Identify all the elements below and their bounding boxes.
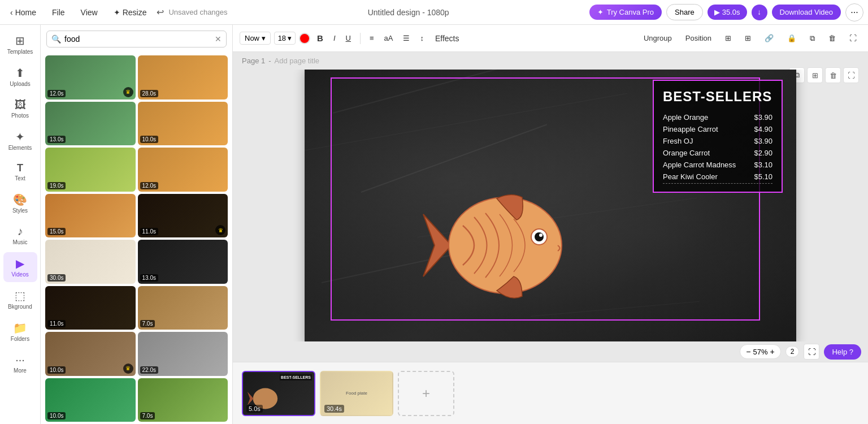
text-icon: T: [17, 162, 23, 174]
align-button[interactable]: ≡: [366, 32, 377, 45]
video-thumb-10[interactable]: 13.0s: [138, 240, 228, 284]
list-button[interactable]: ☰: [400, 32, 413, 45]
svg-point-0: [449, 197, 562, 293]
filmstrip-page-1[interactable]: BEST-SELLERS 5.0s: [242, 371, 315, 416]
sidebar-label-styles: Styles: [12, 207, 28, 214]
page-expand-button[interactable]: ⛶: [843, 67, 859, 83]
video-grid: 12.0s♛28.0s13.0s10.0s19.0s12.0s15.0s11.0…: [41, 53, 232, 424]
copy-button[interactable]: ⧉: [805, 32, 819, 45]
video-thumb-15[interactable]: 10.0s: [45, 378, 136, 422]
styles-icon: 🎨: [13, 193, 27, 206]
search-bar: 🔍 ✕: [46, 31, 227, 47]
video-thumb-6[interactable]: 12.0s: [138, 148, 228, 192]
video-thumb-16[interactable]: 7.0s: [138, 378, 228, 422]
position-button[interactable]: Position: [681, 32, 716, 45]
page-copy-button[interactable]: ⊞: [807, 67, 823, 83]
sidebar-item-elements[interactable]: ✦ Elements: [3, 126, 37, 155]
font-name-button[interactable]: Now ▾: [240, 32, 271, 45]
download-arrow-button[interactable]: ↓: [752, 5, 767, 20]
link-button[interactable]: 🔗: [760, 32, 778, 45]
share-button[interactable]: Share: [666, 4, 703, 20]
more-icon: ···: [15, 353, 25, 366]
sidebar-item-text[interactable]: T Text: [3, 158, 37, 186]
home-button[interactable]: ‹ Home: [5, 6, 42, 19]
undo-button[interactable]: ↩: [157, 7, 164, 18]
fullscreen-button[interactable]: ⛶: [804, 344, 819, 360]
video-thumb-11[interactable]: 11.0s: [45, 286, 136, 330]
video-thumb-4[interactable]: 10.0s: [138, 102, 228, 146]
filmstrip-page-2[interactable]: Food plate 30.4s: [320, 371, 393, 416]
nav-right: ✦ Try Canva Pro Share ▶ 35.0s ↓ Download…: [589, 3, 863, 21]
video-thumb-13[interactable]: 10.0s♛: [45, 332, 136, 376]
copy-icon: ⧉: [810, 34, 815, 42]
font-size-button[interactable]: 18 ▾: [274, 32, 296, 45]
play-icon: ▶: [714, 8, 720, 16]
elements-icon: ✦: [15, 130, 25, 144]
zoom-in-button[interactable]: +: [770, 347, 775, 356]
sidebar-item-styles[interactable]: 🎨 Styles: [3, 188, 37, 218]
sidebar-item-uploads[interactable]: ⬆ Uploads: [3, 62, 37, 92]
main-area: ⊞ Templates ⬆ Uploads 🖼 Photos ✦ Element…: [0, 25, 868, 424]
menu-item-5: Apple Carrot Madness $3.10: [663, 159, 772, 171]
expand-button[interactable]: ⛶: [845, 32, 861, 45]
sidebar-label-folders: Folders: [11, 336, 29, 342]
video-thumb-8[interactable]: 11.0s♛: [138, 194, 228, 238]
underline-button[interactable]: U: [342, 32, 354, 45]
left-sidebar: ⊞ Templates ⬆ Uploads 🖼 Photos ✦ Element…: [0, 25, 41, 424]
search-input[interactable]: [64, 34, 211, 44]
add-page-title[interactable]: Add page title: [275, 57, 320, 65]
resize-button[interactable]: ✦ Resize: [108, 6, 153, 19]
page-delete-button[interactable]: 🗑: [825, 67, 841, 83]
sidebar-label-elements: Elements: [8, 145, 32, 151]
more-options-button[interactable]: ···: [845, 3, 863, 21]
play-button[interactable]: ▶ 35.0s: [708, 5, 747, 20]
sidebar-item-photos[interactable]: 🖼 Photos: [3, 94, 37, 123]
video-thumb-12[interactable]: 7.0s: [138, 286, 228, 330]
font-case-button[interactable]: aA: [381, 32, 397, 45]
bold-button[interactable]: B: [314, 31, 327, 45]
sidebar-item-videos[interactable]: ▶ Videos: [3, 252, 37, 282]
sidebar-item-templates[interactable]: ⊞ Templates: [3, 29, 37, 59]
uploads-icon: ⬆: [15, 66, 25, 80]
file-button[interactable]: File: [46, 6, 71, 19]
delete-button[interactable]: 🗑: [824, 32, 840, 45]
try-canva-pro-button[interactable]: ✦ Try Canva Pro: [589, 5, 662, 20]
ungroup-button[interactable]: Ungroup: [639, 32, 676, 45]
top-nav: ‹ Home File View ✦ Resize ↩ Unsaved chan…: [0, 0, 868, 25]
video-thumb-2[interactable]: 28.0s: [138, 55, 228, 99]
sidebar-item-more[interactable]: ··· More: [3, 349, 37, 378]
zoom-out-button[interactable]: −: [746, 347, 750, 356]
help-button[interactable]: Help ?: [824, 344, 861, 360]
canvas-area: Page 1 - Add page title ⧉ ⊞ 🗑 ⛶: [233, 52, 868, 362]
font-color-swatch[interactable]: [299, 33, 310, 44]
download-icon: ↓: [757, 8, 761, 16]
unsaved-label: Unsaved changes: [168, 8, 227, 16]
clear-search-button[interactable]: ✕: [215, 34, 222, 44]
video-thumb-3[interactable]: 13.0s: [45, 102, 136, 146]
video-thumb-14[interactable]: 22.0s: [138, 332, 228, 376]
add-page-button[interactable]: +: [398, 371, 454, 416]
toolbar-separator-1: [360, 33, 361, 44]
menu-item-1: Apple Orange $3.90: [663, 111, 772, 123]
sidebar-item-music[interactable]: ♪ Music: [3, 220, 37, 250]
video-thumb-9[interactable]: 30.0s: [45, 240, 136, 284]
expand-icon: ⛶: [849, 34, 857, 42]
video-thumb-1[interactable]: 12.0s♛: [45, 55, 136, 99]
italic-button[interactable]: I: [330, 32, 339, 45]
design-title: Untitled design - 1080p: [232, 8, 585, 17]
zoom-controls: − 57% +: [740, 344, 780, 359]
lock-button[interactable]: 🔒: [783, 32, 801, 45]
effects-button[interactable]: Effects: [431, 32, 464, 45]
sidebar-item-background[interactable]: ⬚ Bkground: [3, 284, 37, 314]
spacing-button[interactable]: ↕: [416, 32, 427, 45]
video-thumb-7[interactable]: 15.0s: [45, 194, 136, 238]
sidebar-item-folders[interactable]: 📁 Folders: [3, 317, 37, 347]
view-button[interactable]: View: [75, 6, 103, 19]
pattern-icon: ⊞: [745, 34, 751, 42]
pattern-button[interactable]: ⊞: [740, 32, 756, 45]
download-video-button[interactable]: Download Video: [772, 5, 841, 20]
video-thumb-5[interactable]: 19.0s: [45, 148, 136, 192]
templates-icon: ⊞: [15, 34, 25, 47]
grid-icon-button[interactable]: ⊞: [721, 32, 736, 45]
videos-panel: 🔍 ✕ 12.0s♛28.0s13.0s10.0s19.0s12.0s15.0s…: [41, 25, 233, 424]
